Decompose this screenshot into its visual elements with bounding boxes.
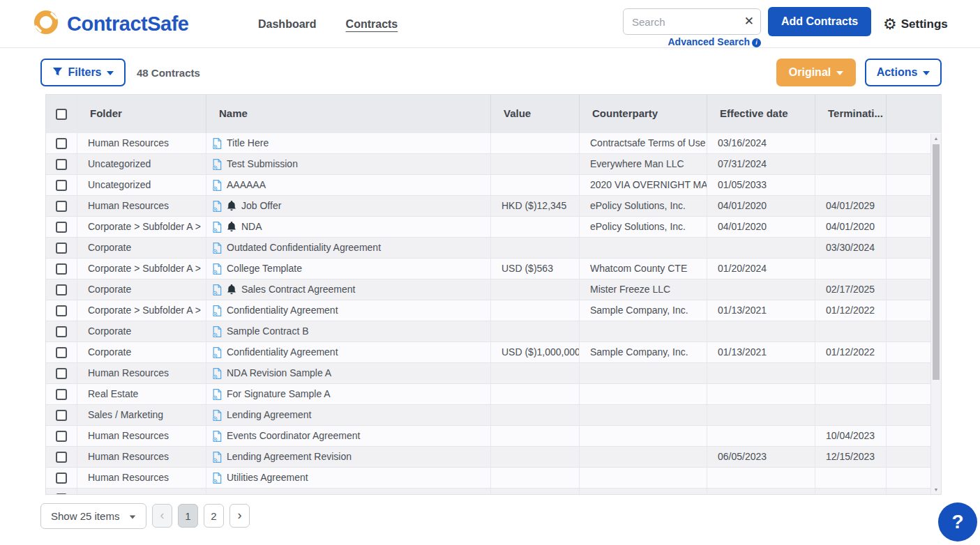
folder-cell: Real Estate (77, 384, 206, 405)
select-all-checkbox[interactable] (56, 109, 67, 120)
table-row[interactable]: Human Resources Lending Agreement Revisi… (46, 447, 932, 468)
table-row[interactable]: Human Resources Title Here Contractsafe … (46, 133, 932, 154)
table-row[interactable]: Corporate Confidentiality Agreement USD … (46, 342, 932, 363)
actions-button[interactable]: Actions (865, 59, 942, 86)
row-checkbox[interactable] (56, 159, 67, 170)
column-header-value[interactable]: Value (491, 95, 580, 133)
row-checkbox[interactable] (56, 493, 67, 496)
scroll-up-icon[interactable]: ▲ (931, 135, 941, 142)
prev-page-button[interactable]: ‹ (152, 504, 172, 528)
row-checkbox[interactable] (56, 305, 67, 316)
table-row[interactable]: Human Resources Events Coordinator Agree… (46, 426, 932, 447)
termination-date-cell: 10/04/2023 (815, 426, 887, 447)
table-row[interactable]: Human Resources Job Offer HKD ($)12,345 … (46, 196, 932, 217)
row-checkbox[interactable] (56, 263, 67, 275)
document-icon (212, 305, 222, 317)
table-row[interactable]: Corporate Sample Contract B (46, 321, 932, 342)
name-cell[interactable]: Lending Agreement (206, 405, 491, 426)
info-icon[interactable]: i (752, 38, 761, 47)
value-cell: HKD ($)12,345 (491, 196, 580, 217)
table-scrollbar[interactable]: ▲ ▼ (930, 134, 941, 495)
scroll-down-icon[interactable]: ▼ (931, 486, 941, 493)
row-checkbox[interactable] (56, 222, 67, 233)
name-cell[interactable]: Outdated Confidentiality Agreement (206, 238, 491, 259)
table-row[interactable]: Uncategorized AAAAAA 2020 VIA OVERNIGHT … (46, 175, 932, 196)
row-checkbox-cell (46, 342, 77, 363)
name-cell[interactable]: NDA (206, 217, 491, 238)
name-cell[interactable]: Utilities Agreement (206, 468, 491, 489)
row-checkbox[interactable] (56, 201, 67, 212)
name-cell[interactable]: Test Submission (206, 154, 491, 175)
row-checkbox[interactable] (56, 243, 67, 254)
name-cell[interactable]: Confidentiality Agreement (206, 342, 491, 363)
row-checkbox[interactable] (56, 326, 67, 337)
table-row[interactable]: Corporate > Subfolder A > College Templa… (46, 259, 932, 279)
next-page-button[interactable]: › (229, 504, 250, 528)
name-cell[interactable] (206, 489, 491, 495)
row-checkbox[interactable] (56, 410, 67, 421)
row-checkbox[interactable] (56, 368, 67, 379)
row-checkbox[interactable] (56, 431, 67, 442)
column-header-termination[interactable]: Terminati... (815, 95, 887, 133)
name-cell[interactable]: Confidentiality Agreement (206, 300, 491, 321)
page-size-select[interactable]: Show 25 items (40, 503, 146, 529)
original-view-button[interactable]: Original (776, 59, 856, 86)
column-header-counterparty[interactable]: Counterparty (580, 95, 707, 133)
row-checkbox[interactable] (56, 389, 67, 400)
folder-cell: Human Resources (77, 447, 206, 468)
page-button-1[interactable]: 1 (178, 504, 198, 528)
name-cell[interactable]: College Template (206, 259, 491, 279)
termination-date-cell: 01/12/2022 (815, 342, 887, 363)
table-row[interactable]: Real Estate For Signature Sample A (46, 384, 932, 405)
name-cell[interactable]: Events Coordinator Agreement (206, 426, 491, 447)
table-row-partial[interactable] (46, 489, 932, 495)
counterparty-cell: Sample Company, Inc. (580, 300, 707, 321)
name-cell[interactable]: Sample Contract B (206, 321, 491, 342)
advanced-search-label: Advanced Search (668, 36, 751, 47)
row-checkbox[interactable] (56, 347, 67, 358)
column-header-folder[interactable]: Folder (77, 95, 206, 133)
row-checkbox-cell (46, 154, 77, 175)
filters-button[interactable]: Filters (40, 59, 126, 86)
help-button[interactable]: ? (938, 502, 977, 542)
scrollbar-thumb[interactable] (933, 144, 940, 380)
name-cell[interactable]: Title Here (206, 133, 491, 154)
name-cell[interactable]: For Signature Sample A (206, 384, 491, 405)
table-row[interactable]: Corporate Sales Contract Agreement Miste… (46, 279, 932, 300)
contract-name: For Signature Sample A (227, 384, 331, 404)
name-cell[interactable]: Sales Contract Agreement (206, 279, 491, 300)
row-checkbox[interactable] (56, 138, 67, 149)
column-header-name[interactable]: Name (206, 95, 491, 133)
search-input[interactable] (623, 8, 761, 35)
brand-logo[interactable]: ContractSafe (31, 8, 189, 39)
name-cell[interactable]: Lending Agreement Revision (206, 447, 491, 468)
table-row[interactable]: Uncategorized Test Submission Everywhere… (46, 154, 932, 175)
name-cell[interactable]: NDA Revision Sample A (206, 363, 491, 384)
advanced-search-link[interactable]: Advanced Searchi (623, 36, 761, 47)
name-cell[interactable]: AAAAAA (206, 175, 491, 196)
extra-cell (887, 468, 932, 489)
table-row[interactable]: Human Resources NDA Revision Sample A (46, 363, 932, 384)
row-checkbox-cell (46, 300, 77, 321)
nav-dashboard[interactable]: Dashboard (258, 18, 317, 31)
row-checkbox[interactable] (56, 452, 67, 463)
counterparty-cell (580, 321, 707, 342)
settings-button[interactable]: ⚙ Settings (883, 0, 948, 48)
search-clear-icon[interactable]: ✕ (744, 14, 754, 29)
nav-contracts[interactable]: Contracts (346, 18, 398, 31)
contract-name: Title Here (227, 133, 269, 153)
row-checkbox[interactable] (56, 284, 67, 295)
row-checkbox-cell (46, 133, 77, 154)
table-row[interactable]: Sales / Marketing Lending Agreement (46, 405, 932, 426)
row-checkbox[interactable] (56, 473, 67, 484)
table-row[interactable]: Human Resources Utilities Agreement (46, 468, 932, 489)
table-row[interactable]: Corporate > Subfolder A > NDA ePolicy So… (46, 217, 932, 238)
table-row[interactable]: Corporate Outdated Confidentiality Agree… (46, 238, 932, 259)
counterparty-cell (580, 384, 707, 405)
name-cell[interactable]: Job Offer (206, 196, 491, 217)
table-row[interactable]: Corporate > Subfolder A > Confidentialit… (46, 300, 932, 321)
row-checkbox[interactable] (56, 180, 67, 191)
column-header-effective[interactable]: Effective date (707, 95, 815, 133)
add-contracts-button[interactable]: Add Contracts (768, 7, 871, 36)
page-button-2[interactable]: 2 (204, 504, 224, 528)
